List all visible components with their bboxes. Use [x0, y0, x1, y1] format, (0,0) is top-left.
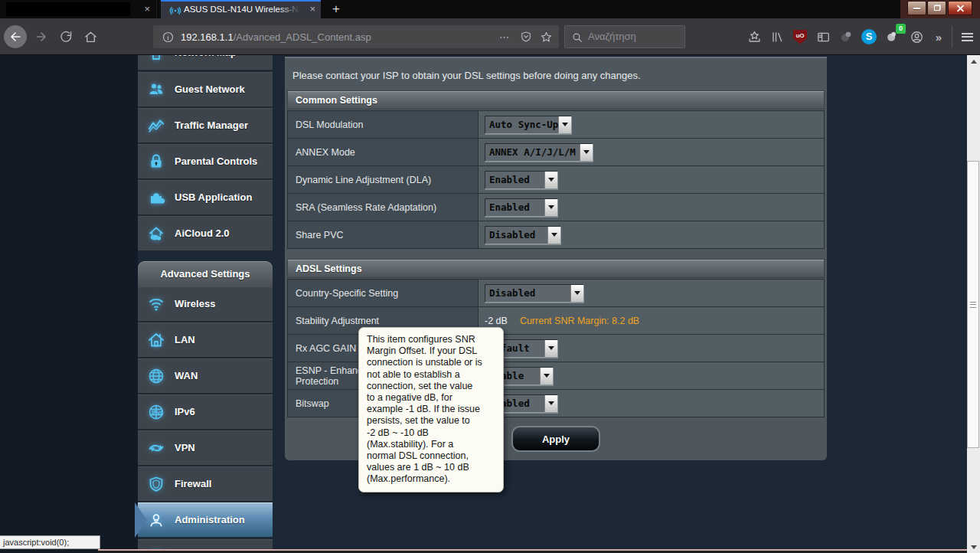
- firewall-icon: [138, 475, 175, 493]
- url-host: 192.168.1.1: [181, 31, 234, 43]
- scrollbar-grip-icon: [970, 302, 976, 308]
- scroll-down-button[interactable]: [967, 541, 980, 553]
- sidebar-item-ipv6[interactable]: IPv6 IPv6: [138, 394, 273, 430]
- reload-button[interactable]: [57, 28, 75, 46]
- annex-mode-select[interactable]: ANNEX A/I/J/L/M: [485, 143, 593, 162]
- aicloud-icon: [138, 224, 175, 243]
- sidebar-item-parental-controls[interactable]: Parental Controls: [138, 144, 273, 179]
- page-scrollbar[interactable]: [967, 55, 980, 553]
- menu-hamburger-icon[interactable]: [958, 28, 976, 46]
- back-button[interactable]: [4, 25, 27, 48]
- bookmarks-tray-icon[interactable]: [745, 28, 763, 46]
- sidebar-item-wan[interactable]: WAN: [138, 358, 273, 394]
- select-arrow-icon: [544, 172, 557, 188]
- scroll-down-icon: [971, 545, 977, 549]
- tab-asus-router[interactable]: ASUS DSL-N14U Wireless-N300 ×: [161, 0, 321, 18]
- search-bar[interactable]: Αναζήτηση: [564, 25, 685, 48]
- ublock-icon[interactable]: uO: [791, 28, 809, 46]
- tab-close-icon[interactable]: ×: [144, 0, 150, 18]
- page-actions-icon[interactable]: ⋯: [496, 29, 513, 44]
- select-arrow-icon: [544, 395, 557, 412]
- home-button[interactable]: [81, 28, 100, 46]
- tab-close-icon[interactable]: ×: [309, 0, 315, 18]
- sidebar-item-aicloud[interactable]: AiCloud 2.0: [138, 216, 273, 251]
- account-icon[interactable]: [907, 28, 926, 46]
- select-arrow-icon: [547, 227, 560, 244]
- snr-tooltip: This item configures SNR Margin Offset. …: [358, 327, 504, 492]
- sidebar-item-firewall[interactable]: Firewall: [138, 466, 273, 502]
- redacted-tab-title: [6, 2, 130, 16]
- overflow-chevrons-icon[interactable]: »: [929, 28, 948, 46]
- svg-text:IPv6: IPv6: [152, 408, 163, 415]
- forward-button[interactable]: [32, 28, 51, 46]
- row-label: Dynamic Line Adjustment (DLA): [288, 166, 479, 193]
- browser-toolbar: 192.168.1.1/Advanced_ADSL_Content.asp ⋯ …: [0, 18, 980, 55]
- usb-application-icon: [138, 188, 175, 207]
- new-tab-button[interactable]: +: [327, 0, 345, 18]
- wifi-favicon-icon: [167, 3, 184, 18]
- common-settings-table: DSL Modulation Auto Sync-Up ANNEX Mode A…: [287, 110, 825, 249]
- select-arrow-icon: [544, 340, 557, 357]
- sidebar-item-vpn[interactable]: VPN: [138, 430, 273, 466]
- minimize-icon: [913, 8, 920, 9]
- extension-badge-count: 0: [896, 24, 906, 34]
- url-bar[interactable]: 192.168.1.1/Advanced_ADSL_Content.asp ⋯: [153, 25, 559, 48]
- common-settings-header: Common Settings: [287, 90, 825, 110]
- select-arrow-icon: [544, 199, 557, 216]
- status-link-preview: javascript:void(0);: [0, 535, 100, 549]
- sidebar-item-wireless[interactable]: Wireless: [138, 286, 273, 322]
- stability-adjustment-value: -2 dB: [485, 316, 508, 326]
- tab-redacted[interactable]: ×: [0, 0, 157, 18]
- sidebar-item-traffic-manager[interactable]: Traffic Manager: [138, 108, 273, 143]
- dsl-modulation-select[interactable]: Auto Sync-Up: [485, 116, 572, 134]
- table-row: Dynamic Line Adjustment (DLA) Enabled: [288, 166, 824, 194]
- pocket-shield-icon[interactable]: [518, 29, 534, 44]
- share-pvc-select[interactable]: Disabled: [485, 226, 561, 244]
- sidebar-item-administration[interactable]: Administration: [138, 502, 273, 538]
- isp-notice-text: Please contact your ISP to obtain your D…: [292, 70, 641, 81]
- apply-button[interactable]: Apply: [513, 427, 599, 450]
- browser-tab-bar: × ASUS DSL-N14U Wireless-N300 × +: [0, 0, 980, 18]
- sidebar-item-guest-network[interactable]: Guest Network: [138, 72, 273, 107]
- table-row: Country-Specific Setting Disabled: [288, 280, 824, 307]
- sidebar-item-usb-application[interactable]: USB Application: [138, 180, 273, 215]
- close-icon: [956, 4, 965, 12]
- library-icon[interactable]: [768, 28, 786, 46]
- table-row: SRA (Seamless Rate Adaptation) Enabled: [288, 194, 824, 221]
- background-window-edge: [98, 549, 980, 553]
- search-icon: [569, 30, 586, 45]
- url-path: /Advanced_ADSL_Content.asp: [234, 31, 371, 43]
- country-specific-select[interactable]: Disabled: [485, 284, 584, 303]
- skype-icon[interactable]: S: [860, 28, 878, 46]
- sidebar-item-lan[interactable]: LAN: [138, 322, 273, 358]
- window-restore-button[interactable]: [927, 1, 946, 15]
- router-page: Network Map Guest Network Traffic Manage…: [0, 55, 980, 553]
- wan-icon: [138, 367, 175, 385]
- site-info-icon[interactable]: [159, 29, 176, 44]
- select-arrow-icon: [540, 368, 553, 384]
- select-arrow-icon: [570, 285, 583, 302]
- forward-arrow-icon: [34, 29, 49, 44]
- adsl-settings-header: ADSL Settings: [287, 259, 825, 278]
- window-close-button[interactable]: [948, 1, 972, 15]
- extension-badge-icon[interactable]: 0: [883, 28, 901, 46]
- scrollbar-thumb[interactable]: [967, 161, 979, 448]
- sra-select[interactable]: Enabled: [485, 198, 558, 217]
- sidebar-toggle-icon[interactable]: [814, 28, 832, 46]
- url-text: 192.168.1.1/Advanced_ADSL_Content.asp: [181, 30, 371, 44]
- scroll-up-button[interactable]: [967, 55, 980, 67]
- sidebar-item-network-map[interactable]: Network Map: [138, 55, 273, 70]
- lan-icon: [138, 331, 175, 349]
- vpn-icon: [138, 439, 175, 457]
- traffic-manager-icon: [138, 116, 175, 135]
- dla-select[interactable]: Enabled: [485, 171, 558, 189]
- advanced-settings-header: Advanced Settings: [138, 261, 273, 286]
- scroll-up-icon: [971, 60, 977, 64]
- window-minimize-button[interactable]: [907, 1, 926, 15]
- row-label: Share PVC: [288, 221, 479, 248]
- bookmark-star-icon[interactable]: [537, 29, 554, 44]
- select-arrow-icon: [558, 116, 571, 133]
- select-arrow-icon: [580, 144, 593, 161]
- extension-sphere-icon[interactable]: [837, 28, 855, 46]
- search-placeholder: Αναζήτηση: [588, 31, 636, 42]
